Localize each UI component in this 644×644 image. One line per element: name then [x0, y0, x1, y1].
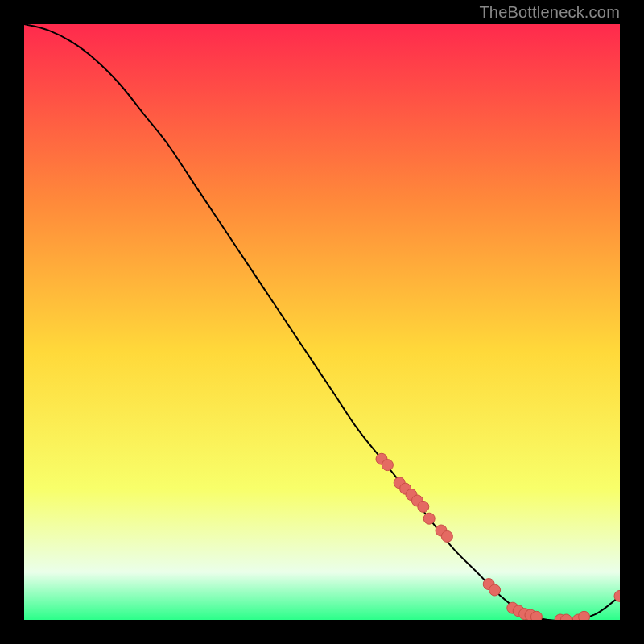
chart-svg: [24, 24, 620, 620]
plot-area: [24, 24, 620, 620]
data-marker: [441, 530, 452, 542]
data-marker: [579, 611, 590, 620]
data-marker: [382, 460, 393, 471]
data-marker: [418, 501, 429, 512]
chart-stage: TheBottleneck.com: [0, 0, 644, 644]
data-marker: [530, 611, 542, 620]
watermark-label: TheBottleneck.com: [479, 3, 620, 22]
data-marker: [489, 584, 501, 596]
data-marker: [423, 513, 435, 524]
gradient-background: [24, 24, 620, 620]
